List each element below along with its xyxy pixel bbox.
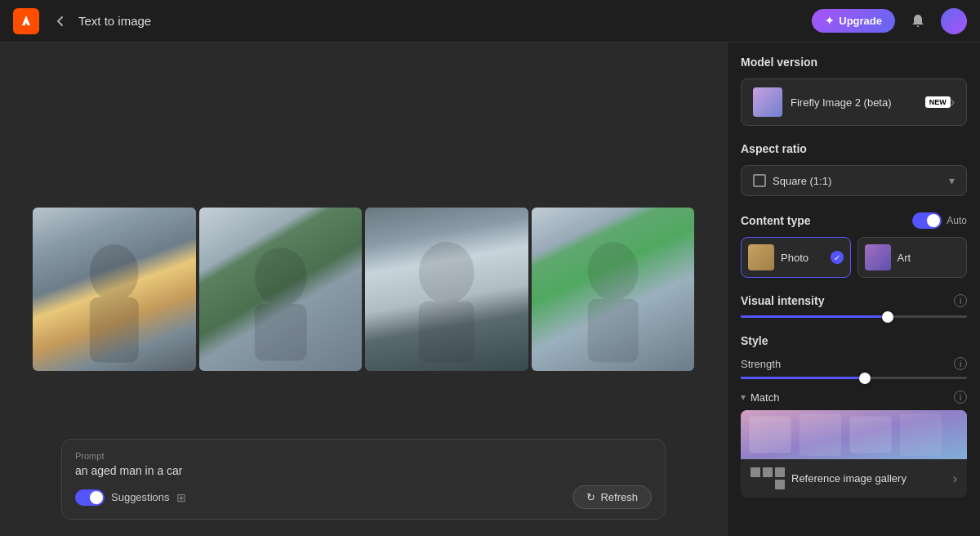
match-chevron-icon: ▾: [741, 391, 746, 403]
strength-slider[interactable]: [741, 377, 967, 379]
suggestions-toggle: Suggestions ⊞: [75, 489, 186, 506]
photo-label: Photo: [781, 252, 808, 264]
strength-header: Strength i: [741, 357, 967, 370]
svg-point-0: [90, 244, 139, 302]
check-icon: ✓: [831, 251, 844, 264]
header-actions: ✦ Upgrade: [812, 8, 967, 34]
gallery-preview-image: [741, 410, 967, 459]
reference-gallery[interactable]: Reference image gallery ›: [741, 410, 967, 498]
art-thumbnail: [865, 244, 891, 270]
gallery-chevron-icon: ›: [953, 471, 957, 486]
back-button[interactable]: [49, 10, 72, 33]
image-card[interactable]: [532, 208, 695, 371]
prompt-label: Prompt: [75, 451, 652, 461]
new-badge: NEW: [925, 96, 951, 108]
model-name: Firefly Image 2 (beta): [791, 96, 920, 109]
model-selector[interactable]: Firefly Image 2 (beta) NEW ›: [741, 78, 967, 126]
prompt-container: Prompt an aged man in a car Suggestions …: [61, 439, 666, 520]
content-type-header: Content type Auto: [741, 212, 967, 229]
svg-point-4: [419, 242, 474, 304]
svg-point-6: [587, 242, 638, 301]
strength-info-icon[interactable]: i: [954, 357, 967, 370]
intensity-title: Visual intensity: [741, 294, 824, 307]
intensity-slider[interactable]: [741, 315, 967, 318]
svg-rect-5: [419, 302, 474, 363]
svg-rect-10: [800, 413, 841, 455]
match-info-icon[interactable]: i: [954, 391, 967, 404]
style-section: Style Strength i ▾ Match i: [741, 334, 967, 498]
aspect-ratio-section: Aspect ratio Square (1:1) ▾: [741, 142, 967, 196]
match-toggle[interactable]: ▾ Match i: [741, 391, 967, 404]
image-overlay: [33, 208, 196, 371]
content-type-options: Photo ✓ Art: [741, 237, 967, 278]
svg-rect-12: [900, 413, 942, 455]
refresh-label: Refresh: [600, 491, 638, 503]
strength-label: Strength: [741, 358, 781, 370]
app-header: Text to image ✦ Upgrade: [0, 0, 980, 42]
style-title: Style: [741, 334, 967, 347]
gallery-row: Reference image gallery ›: [741, 459, 967, 498]
aspect-square-icon: [753, 174, 766, 187]
svg-rect-7: [587, 299, 638, 363]
art-option[interactable]: Art: [858, 237, 968, 278]
generated-images-grid: [16, 191, 710, 387]
svg-rect-1: [90, 297, 139, 363]
model-version-section: Model version Firefly Image 2 (beta) NEW…: [741, 56, 967, 126]
image-overlay: [365, 208, 528, 371]
canvas-area: Prompt an aged man in a car Suggestions …: [0, 42, 727, 536]
image-card[interactable]: [199, 208, 363, 371]
notifications-button[interactable]: [905, 8, 931, 34]
auto-toggle: Auto: [912, 212, 967, 229]
gallery-label: Reference image gallery: [791, 472, 947, 485]
aspect-selector[interactable]: Square (1:1) ▾: [741, 165, 967, 196]
app-logo: [13, 8, 39, 34]
upgrade-icon: ✦: [825, 15, 834, 27]
user-avatar[interactable]: [941, 8, 967, 34]
content-type-section: Content type Auto Photo ✓ Art: [741, 212, 967, 278]
gallery-grid-icon: [751, 467, 785, 489]
svg-point-2: [254, 248, 306, 306]
intensity-header: Visual intensity i: [741, 294, 967, 307]
image-card[interactable]: [365, 208, 528, 371]
model-thumbnail: [753, 87, 782, 117]
settings-panel: Model version Firefly Image 2 (beta) NEW…: [727, 42, 980, 536]
chevron-right-icon: ›: [951, 95, 955, 109]
chevron-down-icon: ▾: [949, 174, 955, 187]
art-label: Art: [898, 252, 911, 264]
upgrade-label: Upgrade: [839, 15, 882, 27]
prompt-text[interactable]: an aged man in a car: [75, 464, 652, 477]
intensity-info-icon[interactable]: i: [954, 294, 967, 307]
refresh-icon: ↻: [586, 491, 595, 503]
model-section-title: Model version: [741, 56, 967, 69]
match-label: Match: [751, 391, 949, 404]
auto-label: Auto: [947, 215, 967, 226]
image-card[interactable]: [33, 208, 196, 371]
image-overlay: [199, 208, 363, 371]
main-layout: Prompt an aged man in a car Suggestions …: [0, 42, 980, 536]
svg-rect-11: [849, 416, 891, 453]
photo-thumbnail: [748, 244, 774, 270]
page-title: Text to image: [78, 14, 812, 28]
visual-intensity-section: Visual intensity i: [741, 294, 967, 318]
suggestions-info-icon[interactable]: ⊞: [176, 491, 186, 504]
refresh-button[interactable]: ↻ Refresh: [572, 485, 652, 509]
suggestions-switch[interactable]: [75, 489, 105, 506]
aspect-label: Square (1:1): [773, 175, 942, 187]
photo-option[interactable]: Photo ✓: [741, 237, 851, 278]
upgrade-button[interactable]: ✦ Upgrade: [812, 9, 895, 33]
prompt-footer: Suggestions ⊞ ↻ Refresh: [75, 485, 652, 509]
svg-rect-9: [749, 416, 791, 453]
content-type-title: Content type: [741, 214, 811, 227]
suggestions-label: Suggestions: [111, 491, 170, 503]
image-overlay: [532, 208, 695, 371]
aspect-section-title: Aspect ratio: [741, 142, 967, 155]
svg-rect-3: [254, 304, 306, 361]
auto-toggle-switch[interactable]: [912, 212, 942, 229]
